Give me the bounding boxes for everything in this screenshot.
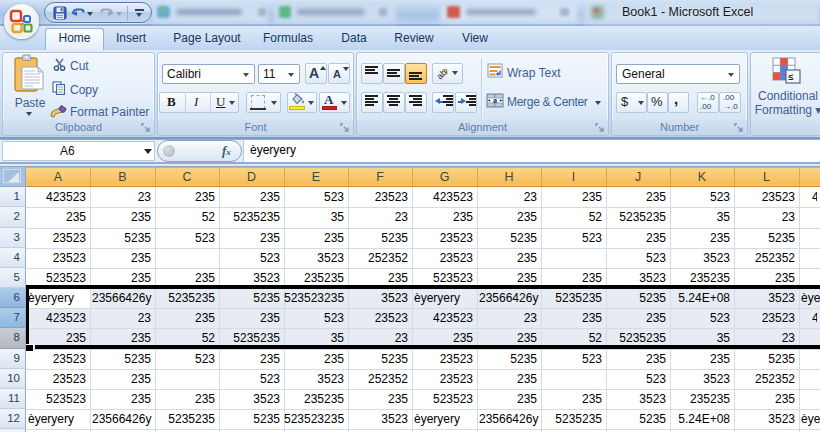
svg-text:≤: ≤ bbox=[789, 72, 794, 82]
svg-text:a: a bbox=[493, 96, 497, 105]
